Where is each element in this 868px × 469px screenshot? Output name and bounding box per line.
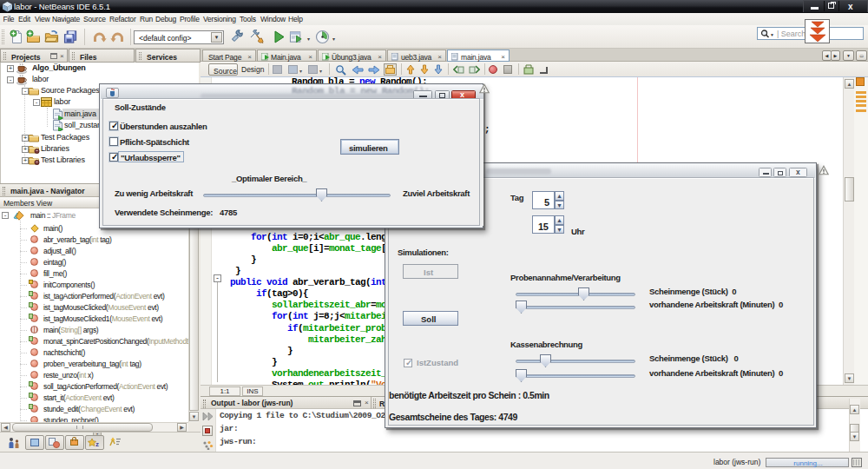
svg-text:z: z — [95, 440, 99, 448]
